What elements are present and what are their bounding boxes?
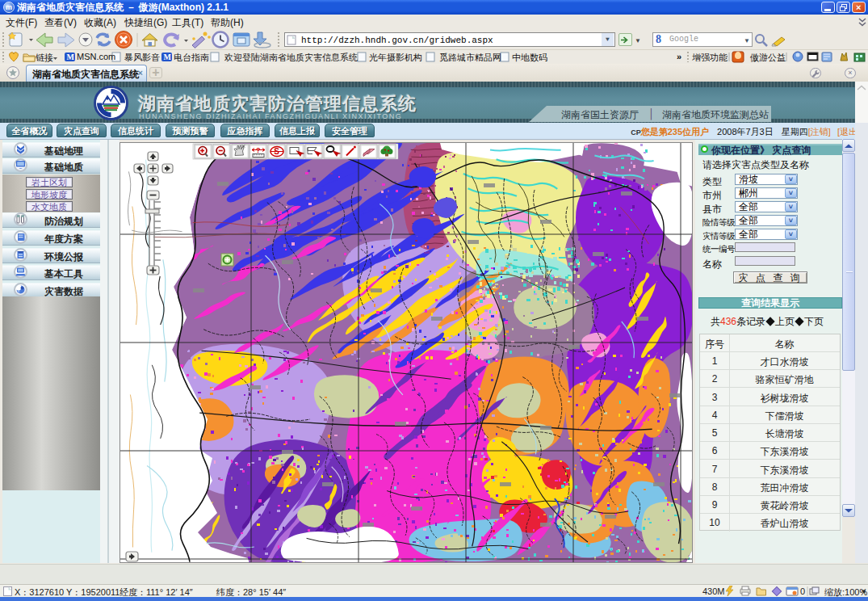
svg-text:M: M [67, 53, 75, 61]
svg-text:M: M [164, 53, 172, 61]
svg-text:0: 0 [800, 586, 805, 596]
